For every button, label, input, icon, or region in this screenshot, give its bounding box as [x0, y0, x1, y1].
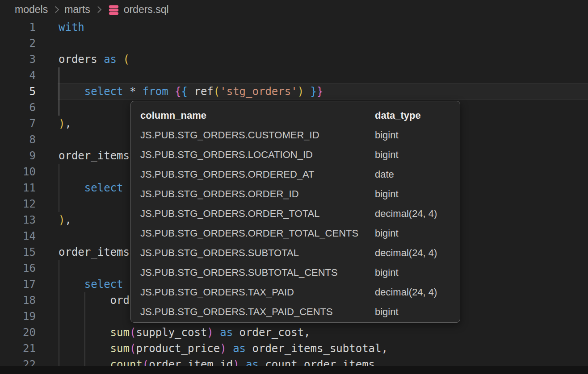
data-type-cell: bigint [375, 129, 399, 141]
code-line[interactable]: 4 [0, 67, 588, 83]
popup-row: JS.PUB.STG_ORDERS.ORDER_TOTAL_CENTSbigin… [131, 224, 460, 243]
line-number: 10 [0, 164, 36, 180]
popup-row: JS.PUB.STG_ORDERS.SUBTOTALdecimal(24, 4) [131, 243, 460, 263]
code-line-text: order_items [59, 244, 130, 260]
line-number: 8 [0, 132, 36, 148]
line-number: 19 [0, 308, 36, 324]
code-line-text: sum(supply_cost) as order_cost, [59, 324, 311, 341]
popup-row: JS.PUB.STG_ORDERS.TAX_PAID_CENTSbigint [131, 302, 460, 322]
column-name-cell: JS.PUB.STG_ORDERS.TAX_PAID_CENTS [140, 306, 375, 318]
line-number: 17 [0, 276, 36, 292]
breadcrumb-item-models[interactable]: models [15, 4, 48, 16]
column-name-cell: JS.PUB.STG_ORDERS.ORDER_TOTAL [140, 208, 375, 220]
line-number: 18 [0, 292, 36, 308]
code-line-text: orders as ( [59, 51, 130, 67]
line-number: 1 [0, 19, 36, 35]
column-name-cell: JS.PUB.STG_ORDERS.ORDER_TOTAL_CENTS [140, 228, 375, 239]
data-type-cell: bigint [375, 267, 399, 278]
line-number: 11 [0, 180, 36, 196]
line-number: 21 [0, 341, 36, 357]
line-number: 20 [0, 324, 36, 341]
line-number: 16 [0, 260, 36, 276]
code-line-text: with [59, 19, 84, 35]
line-number: 3 [0, 51, 36, 67]
data-type-cell: decimal(24, 4) [375, 208, 437, 220]
popup-row: JS.PUB.STG_ORDERS.LOCATION_IDbigint [131, 145, 460, 165]
popup-header-column-name: column_name [140, 110, 375, 121]
database-icon [108, 4, 120, 16]
line-number: 5 [0, 83, 36, 100]
data-type-cell: date [375, 169, 394, 180]
popup-header-row: column_name data_type [131, 106, 460, 125]
data-type-cell: bigint [375, 228, 399, 239]
code-line-text: select [59, 180, 123, 196]
code-line[interactable]: 1with [0, 19, 588, 35]
line-number: 15 [0, 244, 36, 260]
data-type-cell: decimal(24, 4) [375, 247, 437, 259]
line-number: 4 [0, 67, 36, 83]
popup-row: JS.PUB.STG_ORDERS.ORDER_TOTALdecimal(24,… [131, 204, 460, 224]
code-line-text: select * from {{ ref('stg_orders') }} [59, 83, 323, 100]
line-number: 9 [0, 148, 36, 164]
column-name-cell: JS.PUB.STG_ORDERS.ORDER_ID [140, 188, 375, 200]
code-line-text: order_items [59, 148, 130, 164]
line-number: 14 [0, 228, 36, 244]
code-line[interactable]: 3orders as ( [0, 51, 588, 67]
column-name-cell: JS.PUB.STG_ORDERS.SUBTOTAL [140, 247, 375, 259]
column-info-popup: column_name data_type JS.PUB.STG_ORDERS.… [130, 101, 460, 323]
column-name-cell: JS.PUB.STG_ORDERS.ORDERED_AT [140, 169, 375, 180]
popup-row: JS.PUB.STG_ORDERS.SUBTOTAL_CENTSbigint [131, 263, 460, 283]
popup-row: JS.PUB.STG_ORDERS.ORDER_IDbigint [131, 184, 460, 204]
code-line[interactable]: 2 [0, 35, 588, 51]
code-line[interactable]: 5 select * from {{ ref('stg_orders') }} [0, 83, 588, 100]
line-number: 13 [0, 212, 36, 228]
breadcrumb: models marts orders.sql [0, 0, 588, 19]
data-type-cell: bigint [375, 188, 399, 200]
column-name-cell: JS.PUB.STG_ORDERS.TAX_PAID [140, 287, 375, 298]
line-number: 7 [0, 116, 36, 132]
bottom-edge [0, 366, 588, 374]
breadcrumb-item-marts[interactable]: marts [64, 4, 90, 16]
line-number: 2 [0, 35, 36, 51]
code-line-text: ord [59, 292, 130, 308]
data-type-cell: decimal(24, 4) [375, 287, 437, 298]
data-type-cell: bigint [375, 149, 399, 161]
code-line-text: sum(product_price) as order_items_subtot… [59, 341, 388, 357]
popup-row: JS.PUB.STG_ORDERS.TAX_PAIDdecimal(24, 4) [131, 283, 460, 302]
code-line-text: ), [59, 116, 71, 132]
popup-header-data-type: data_type [375, 110, 421, 121]
code-line[interactable]: 21 sum(product_price) as order_items_sub… [0, 341, 588, 357]
column-name-cell: JS.PUB.STG_ORDERS.CUSTOMER_ID [140, 129, 375, 141]
code-line[interactable]: 20 sum(supply_cost) as order_cost, [0, 324, 588, 341]
line-number: 12 [0, 196, 36, 212]
popup-row: JS.PUB.STG_ORDERS.ORDERED_ATdate [131, 165, 460, 184]
code-line-text: ), [59, 212, 71, 228]
column-name-cell: JS.PUB.STG_ORDERS.LOCATION_ID [140, 149, 375, 161]
popup-row: JS.PUB.STG_ORDERS.CUSTOMER_IDbigint [131, 125, 460, 145]
editor-window: models marts orders.sql 1with23orders as… [0, 0, 588, 374]
breadcrumb-file-name[interactable]: orders.sql [124, 4, 169, 16]
data-type-cell: bigint [375, 306, 399, 318]
line-number: 6 [0, 100, 36, 116]
code-line-text: select [59, 276, 123, 292]
chevron-right-icon [94, 6, 101, 13]
chevron-right-icon [52, 6, 59, 13]
column-name-cell: JS.PUB.STG_ORDERS.SUBTOTAL_CENTS [140, 267, 375, 278]
